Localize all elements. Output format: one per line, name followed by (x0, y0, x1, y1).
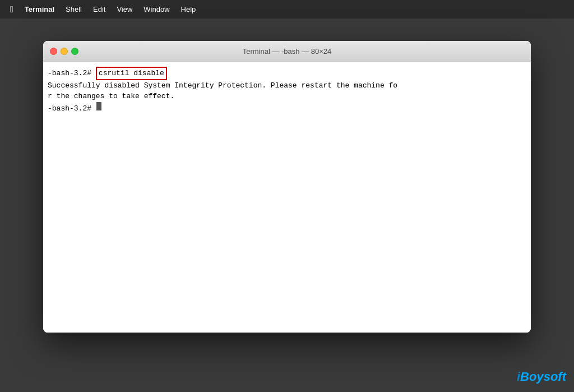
iboysoft-watermark: iBoysoft (517, 370, 566, 384)
terminal-line-2: Successfully disabled System Integrity P… (48, 80, 529, 91)
apple-menu[interactable]:  (4, 4, 19, 15)
terminal-titlebar: Terminal — -bash — 80×24 (43, 41, 531, 62)
terminal-line-1: -bash-3.2# csrutil disable (48, 67, 529, 80)
output-line-2: Successfully disabled System Integrity P… (48, 80, 397, 91)
output-line-3: r the changes to take effect. (48, 91, 174, 102)
terminal-cursor (96, 102, 101, 110)
menubar-view[interactable]: View (111, 4, 138, 15)
traffic-lights (50, 48, 78, 55)
prompt-2: -bash-3.2# (48, 103, 96, 114)
terminal-line-3: r the changes to take effect. (48, 91, 529, 102)
command-highlight: csrutil disable (96, 67, 167, 80)
menubar-shell[interactable]: Shell (60, 4, 87, 15)
close-button[interactable] (50, 48, 57, 55)
desktop: Terminal — -bash — 80×24 -bash-3.2# csru… (0, 19, 574, 392)
menubar-terminal[interactable]: Terminal (19, 4, 60, 15)
menubar-window[interactable]: Window (138, 4, 175, 15)
terminal-line-4: -bash-3.2# (48, 102, 529, 114)
terminal-window: Terminal — -bash — 80×24 -bash-3.2# csru… (43, 41, 531, 333)
menubar:  Terminal Shell Edit View Window Help (0, 0, 574, 19)
menubar-edit[interactable]: Edit (87, 4, 111, 15)
minimize-button[interactable] (61, 48, 68, 55)
maximize-button[interactable] (71, 48, 78, 55)
watermark-boysoft: Boysoft (520, 370, 566, 384)
menubar-help[interactable]: Help (175, 4, 202, 15)
terminal-content[interactable]: -bash-3.2# csrutil disable Successfully … (43, 62, 531, 333)
window-title: Terminal — -bash — 80×24 (243, 47, 332, 56)
prompt-1: -bash-3.2# (48, 68, 96, 79)
